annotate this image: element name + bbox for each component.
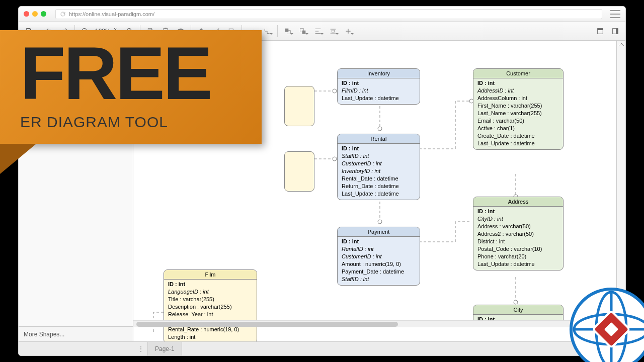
svg-point-22	[333, 157, 337, 161]
more-shapes-button[interactable]: More Shapes...	[19, 326, 133, 341]
waypoint-button[interactable]	[260, 24, 274, 38]
entity-attribute: Last_Update : datetime	[477, 140, 559, 147]
page-tab-label: Page-1	[155, 345, 175, 352]
entity-title: City	[473, 305, 563, 315]
entity-attribute: Phone : varchar(20)	[477, 253, 559, 260]
entity-attribute: District : int	[477, 238, 559, 245]
svg-point-23	[378, 220, 382, 224]
entity-attribute: Rental_Date : datetime	[342, 175, 416, 183]
entity-attribute: Active : char(1)	[477, 125, 559, 132]
entity-attribute: ID : int	[477, 79, 559, 87]
entity-attribute: LanguageID : int	[168, 288, 253, 296]
to-front-button[interactable]	[281, 24, 295, 38]
format-panel-button[interactable]	[593, 24, 607, 38]
entity-attribute: StaffID : int	[342, 152, 416, 160]
entity-attribute: ID : int	[342, 145, 416, 152]
svg-point-20	[378, 127, 382, 131]
reload-icon	[60, 11, 66, 17]
entity-attribute: Address2 : varchar(50)	[477, 230, 559, 238]
entity-attribute: RentalID : int	[342, 245, 416, 253]
entity-attribute: ID : int	[168, 281, 253, 288]
entity-attribute: Payment_Date : datetime	[342, 268, 416, 276]
svg-rect-16	[598, 28, 603, 30]
entity-attribute: Return_Date : datetime	[342, 183, 416, 190]
to-back-button[interactable]	[296, 24, 310, 38]
brand-logo	[569, 287, 644, 362]
entity-title: Rental	[338, 134, 420, 144]
entity-attribute: CustomerID : int	[342, 253, 416, 260]
url-text: https://online.visual-paradigm.com/	[69, 11, 154, 17]
entity-attribute: Last_Update : datetime	[342, 95, 416, 102]
entity-attribute: Release_Year : int	[168, 311, 253, 318]
page-tab-1[interactable]: Page-1	[147, 342, 182, 355]
banner-title: FREE	[20, 39, 248, 108]
entity-title: Customer	[473, 69, 563, 78]
svg-rect-12	[302, 30, 305, 34]
entity-hidden-1[interactable]	[284, 86, 314, 126]
svg-point-19	[333, 89, 337, 93]
entity-attribute: Title : varchar(255)	[168, 296, 253, 303]
entity-attribute: AddressColumn : int	[477, 95, 559, 102]
align-button[interactable]	[311, 24, 325, 38]
entity-attribute: Create_Date : datetime	[477, 132, 559, 140]
horizontal-scrollbar[interactable]	[133, 320, 616, 327]
entity-attribute: CityID : int	[477, 215, 559, 223]
entity-attribute: Last_Update : datetime	[342, 190, 416, 198]
maximize-window-icon[interactable]	[41, 11, 46, 17]
entity-rental[interactable]: Rental ID : intStaffID : intCustomerID :…	[337, 134, 420, 200]
entity-title: Film	[164, 270, 257, 280]
entity-title: Inventory	[338, 69, 420, 78]
entity-attribute: ID : int	[342, 238, 416, 245]
entity-attribute: ID : int	[342, 79, 416, 87]
entity-attribute: AddressID : int	[477, 87, 559, 95]
entity-title: Payment	[338, 227, 420, 237]
more-shapes-label: More Shapes...	[24, 331, 64, 338]
entity-attribute: Length : int	[168, 333, 253, 341]
svg-rect-5	[165, 28, 167, 29]
entity-attribute: Last_Name : varchar(255)	[477, 110, 559, 117]
entity-attribute: Postal_Code : varchar(10)	[477, 245, 559, 253]
entity-attribute: StaffID : int	[342, 276, 416, 283]
entity-title: Address	[473, 197, 563, 207]
browser-titlebar: https://online.visual-paradigm.com/	[19, 7, 625, 22]
scroll-thumb[interactable]	[136, 322, 398, 327]
svg-rect-18	[616, 28, 618, 34]
svg-rect-10	[285, 28, 288, 32]
entity-attribute: Description : varchar(255)	[168, 303, 253, 311]
entity-attribute: Address : varchar(50)	[477, 223, 559, 230]
promo-banner: FREE ER DIAGRAM TOOL	[0, 30, 262, 174]
entity-attribute: Amount : numeric(19, 0)	[342, 260, 416, 268]
entity-attribute: FilmID : int	[342, 87, 416, 95]
entity-attribute: Email : varchar(50)	[477, 117, 559, 125]
banner-subtitle: ER DIAGRAM TOOL	[20, 114, 248, 131]
entity-attribute: Last_Update : datetime	[477, 260, 559, 268]
close-window-icon[interactable]	[24, 11, 29, 17]
entity-address[interactable]: Address ID : intCityID : intAddress : va…	[473, 197, 564, 270]
address-bar[interactable]: https://online.visual-paradigm.com/	[55, 9, 602, 19]
add-page-button[interactable]: ⋮	[134, 345, 147, 352]
svg-rect-14	[332, 30, 334, 32]
outline-panel-button[interactable]	[608, 24, 622, 38]
distribute-button[interactable]	[326, 24, 340, 38]
svg-point-25	[514, 300, 518, 304]
entity-attribute: ID : int	[477, 208, 559, 215]
window-controls	[24, 11, 46, 17]
add-button[interactable]	[341, 24, 355, 38]
entity-payment[interactable]: Payment ID : intRentalID : intCustomerID…	[337, 227, 420, 286]
page-tabs: ⋮ Page-1	[19, 341, 625, 355]
minimize-window-icon[interactable]	[32, 11, 38, 17]
entity-attribute: CustomerID : int	[342, 160, 416, 167]
entity-hidden-2[interactable]	[284, 151, 314, 192]
entity-film[interactable]: Film ID : intLanguageID : intTitle : var…	[164, 269, 257, 341]
menu-icon[interactable]	[610, 10, 620, 18]
entity-attribute: First_Name : varchar(255)	[477, 102, 559, 110]
entity-attribute: InventoryID : int	[342, 167, 416, 175]
entity-customer[interactable]: Customer ID : intAddressID : intAddressC…	[473, 68, 564, 150]
entity-inventory[interactable]: Inventory ID : intFilmID : intLast_Updat…	[337, 68, 420, 105]
scroll-up-icon[interactable]	[617, 41, 625, 48]
